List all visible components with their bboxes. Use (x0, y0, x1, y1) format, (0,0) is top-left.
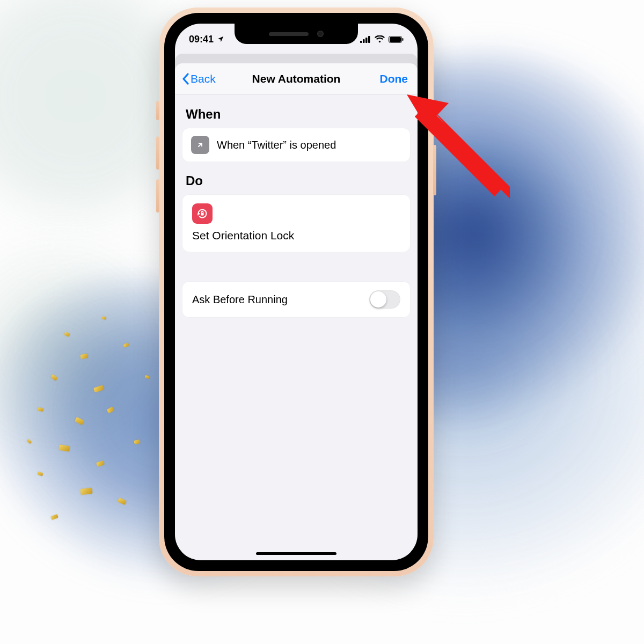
ask-before-running-row: Ask Before Running (182, 282, 410, 317)
section-title-do: Do (182, 162, 410, 195)
phone-bezel: 09:41 (164, 13, 428, 571)
svg-rect-5 (390, 37, 401, 42)
nav-bar: Back New Automation Done (175, 63, 418, 95)
volume-up-button (156, 136, 159, 170)
done-button[interactable]: Done (380, 63, 408, 94)
speaker-grille (269, 32, 309, 36)
open-app-icon (191, 136, 209, 154)
cellular-signal-icon (360, 36, 371, 43)
action-title: Set Orientation Lock (192, 229, 400, 242)
power-button (433, 145, 436, 195)
page-canvas: 09:41 (0, 0, 644, 644)
home-indicator[interactable] (256, 552, 336, 555)
location-icon (217, 35, 224, 43)
svg-rect-1 (363, 39, 365, 43)
gold-fleck (80, 488, 92, 495)
volume-down-button (156, 179, 159, 213)
notch (235, 24, 358, 44)
front-camera (317, 31, 324, 37)
ask-before-running-toggle[interactable] (369, 290, 400, 309)
svg-rect-2 (365, 38, 368, 43)
mute-switch (156, 101, 159, 120)
trigger-text: When “Twitter” is opened (217, 139, 336, 151)
done-label: Done (380, 72, 408, 85)
battery-icon (389, 36, 404, 43)
status-time: 09:41 (189, 34, 214, 45)
content-area: When When “Twitter” is opened Do (175, 95, 418, 317)
trigger-card[interactable]: When “Twitter” is opened (182, 128, 410, 162)
orientation-lock-icon (192, 203, 213, 224)
svg-rect-3 (368, 36, 370, 43)
section-title-when: When (182, 95, 410, 128)
ask-before-running-label: Ask Before Running (192, 294, 288, 306)
svg-rect-6 (402, 38, 404, 41)
svg-rect-0 (360, 41, 362, 43)
wifi-icon (375, 35, 385, 43)
phone-screen: 09:41 (175, 24, 418, 560)
action-card[interactable]: Set Orientation Lock (182, 195, 410, 252)
back-button[interactable]: Back (181, 63, 216, 94)
page-title: New Automation (252, 72, 341, 85)
svg-rect-7 (201, 213, 203, 216)
back-label: Back (191, 72, 216, 85)
phone-frame: 09:41 (159, 8, 434, 576)
toggle-knob (370, 291, 386, 308)
chevron-left-icon (181, 73, 189, 85)
